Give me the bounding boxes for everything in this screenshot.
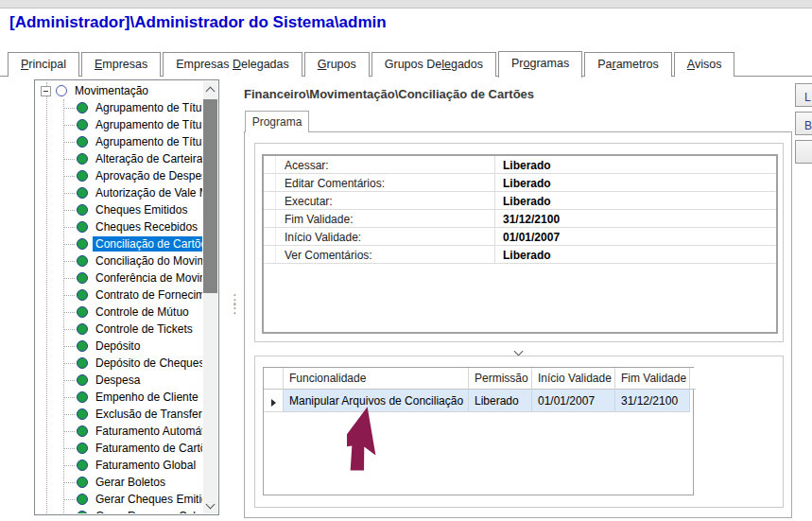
grid-cell: 01/01/2007 bbox=[532, 390, 615, 412]
program-icon bbox=[77, 136, 88, 148]
tree-item[interactable]: Empenho de Cliente bbox=[37, 389, 202, 406]
side-button-3[interactable] bbox=[795, 140, 812, 164]
tree-item[interactable]: Faturamento Global bbox=[37, 457, 202, 474]
grid-column-header[interactable]: Permissão bbox=[469, 368, 532, 390]
row-indent-cell bbox=[264, 210, 276, 227]
permission-label: Editar Comentários: bbox=[276, 174, 494, 191]
tree-item[interactable]: Despesa bbox=[37, 372, 202, 389]
tree-root-item[interactable]: Movimentação bbox=[37, 82, 202, 99]
tree-rows: MovimentaçãoAgrupamento de TítulAgrupame… bbox=[37, 82, 202, 513]
tab-empresas-delegadas[interactable]: Empresas Delegadas bbox=[163, 52, 302, 77]
tree-item-label: Agrupamento de Títul bbox=[93, 100, 202, 115]
scroll-down-button[interactable] bbox=[203, 497, 217, 513]
row-indent-cell bbox=[264, 156, 276, 173]
permission-row[interactable]: Editar Comentários:Liberado bbox=[264, 174, 776, 192]
program-icon bbox=[77, 238, 88, 250]
tab-principal[interactable]: Principal bbox=[8, 52, 79, 77]
scroll-up-button[interactable] bbox=[203, 81, 217, 97]
permission-value: Liberado bbox=[494, 174, 776, 191]
tree-item[interactable]: Conferência de Movim bbox=[37, 269, 202, 287]
tree-item-label: Despesa bbox=[93, 373, 143, 388]
tree-item-label: Faturamento de Cartõ bbox=[93, 441, 202, 456]
program-icon bbox=[77, 204, 88, 216]
program-icon bbox=[77, 443, 88, 454]
permission-value: Liberado bbox=[494, 246, 776, 263]
grid-cell: Liberado bbox=[469, 390, 532, 412]
tree-item[interactable]: Controle de Tickets bbox=[37, 321, 202, 338]
grid-data-row[interactable]: Manipular Arquivos de ConciliaçãoLiberad… bbox=[264, 390, 693, 412]
category-icon bbox=[56, 85, 67, 96]
tree-item[interactable]: Agrupamento de Títul bbox=[37, 116, 202, 133]
tree-item-label: Gerar Boletos bbox=[93, 475, 168, 490]
program-icon bbox=[77, 340, 88, 352]
program-icon bbox=[77, 477, 88, 488]
program-icon bbox=[77, 170, 88, 182]
tab-programa[interactable]: Programa bbox=[245, 111, 309, 132]
tree-item[interactable]: Depósito bbox=[37, 338, 202, 355]
program-icon bbox=[77, 306, 88, 318]
tree-item-label: Conciliação do Movim bbox=[93, 253, 202, 269]
permission-row[interactable]: Início Validade:01/01/2007 bbox=[264, 228, 776, 246]
tree-item[interactable]: Autorização de Vale M bbox=[37, 184, 202, 201]
tree-item[interactable]: Agrupamento de Títul bbox=[37, 99, 202, 116]
permission-value: Liberado bbox=[494, 156, 776, 173]
liberar-button[interactable]: L bbox=[795, 83, 812, 107]
permission-label: Executar: bbox=[276, 192, 494, 209]
grid-column-header[interactable]: Funcionalidade bbox=[284, 368, 469, 390]
bloquear-button[interactable]: Bl bbox=[795, 112, 812, 135]
tree-item-label: Exclusão de Transferên bbox=[93, 407, 202, 422]
tree-item-label: Depósito de Cheques bbox=[93, 356, 202, 371]
tab-grupos[interactable]: Grupos bbox=[304, 52, 370, 77]
permission-label: Fim Validade: bbox=[276, 210, 494, 227]
scrollbar-thumb[interactable] bbox=[203, 99, 217, 293]
tree-item[interactable]: Cheques Emitidos bbox=[37, 201, 202, 218]
tree-item[interactable]: Gerar Boletos bbox=[37, 474, 202, 491]
tree-item[interactable]: Exclusão de Transferên bbox=[37, 406, 202, 423]
permission-value: 31/12/2100 bbox=[494, 210, 776, 227]
maroon-pointer-cursor bbox=[347, 406, 396, 474]
collapse-expander-icon[interactable] bbox=[41, 86, 51, 96]
tree-item[interactable]: Agrupamento de Títul bbox=[37, 133, 202, 150]
tree-item[interactable]: Aprovação de Despesa bbox=[37, 167, 202, 184]
permission-row[interactable]: Acessar:Liberado bbox=[264, 156, 776, 174]
grid-column-header[interactable]: Fim Validade bbox=[615, 368, 690, 390]
grid-column-header[interactable]: Início Validade bbox=[532, 368, 615, 390]
tree-item[interactable]: Conciliação do Movim bbox=[37, 252, 202, 269]
tree-item[interactable]: Contrato de Fornecim bbox=[37, 287, 202, 304]
tree-item[interactable]: Alteração de Carteira c bbox=[37, 150, 202, 167]
tab-label-mnemonic: le bbox=[441, 58, 451, 71]
tab-programas[interactable]: Programas bbox=[498, 51, 582, 78]
tab-label-mnemonic: G bbox=[318, 58, 327, 71]
tree-item[interactable]: Faturamento Automát bbox=[37, 423, 202, 440]
program-icon bbox=[77, 391, 88, 403]
tree-item[interactable]: Gerar Cheques Emitid bbox=[37, 491, 202, 508]
tab-grupos-delegados[interactable]: Grupos Delegados bbox=[371, 52, 496, 77]
tab-empresas[interactable]: Empresas bbox=[81, 52, 161, 77]
tree-item[interactable]: Depósito de Cheques bbox=[37, 355, 202, 372]
tree-scrollbar[interactable] bbox=[203, 81, 217, 513]
panel-splitter-handle[interactable]: ⋮⋮ bbox=[228, 295, 239, 312]
program-icon bbox=[77, 187, 88, 199]
tree-item[interactable]: Cheques Recebidos bbox=[37, 218, 202, 235]
chevron-down-icon bbox=[513, 347, 523, 356]
tree-item[interactable]: Controle de Mútuo bbox=[37, 304, 202, 321]
tree-item[interactable]: Gerar Remessa Cobran bbox=[37, 508, 202, 513]
tree-item-label: Depósito bbox=[93, 339, 143, 354]
tree-item-label: Agrupamento de Títul bbox=[93, 117, 202, 132]
tree-item-label: Conferência de Movim bbox=[93, 270, 202, 286]
tab-parametros[interactable]: Parametros bbox=[584, 52, 672, 77]
permission-row[interactable]: Ver Comentários:Liberado bbox=[264, 246, 776, 264]
tree-item[interactable]: Conciliação de Cartõe bbox=[37, 235, 202, 252]
program-icon bbox=[77, 511, 88, 513]
tab-avisos[interactable]: Avisos bbox=[674, 52, 735, 77]
permission-row[interactable]: Fim Validade:31/12/2100 bbox=[264, 210, 776, 228]
permission-row[interactable]: Executar:Liberado bbox=[264, 192, 776, 210]
tab-label-mnemonic: D bbox=[233, 58, 241, 71]
row-selector-cell[interactable] bbox=[264, 390, 284, 412]
tree-item-label: Cheques Emitidos bbox=[93, 202, 190, 217]
tree-item-label: Conciliação de Cartõe bbox=[93, 236, 202, 252]
tree-item[interactable]: Faturamento de Cartõ bbox=[37, 440, 202, 457]
program-icon bbox=[77, 374, 88, 386]
program-icon bbox=[77, 272, 88, 284]
tab-label-post: rupos bbox=[327, 58, 356, 71]
